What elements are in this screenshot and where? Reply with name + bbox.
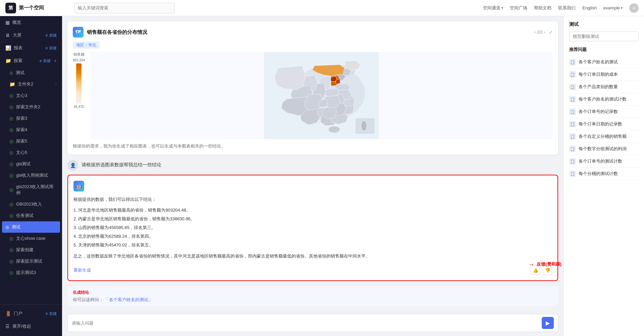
input-box: ▶ [67, 314, 558, 332]
recommend-item-3[interactable]: 📋 每个客户姓名的测试计数 [569, 93, 639, 106]
map-card-icon: 🗺 [73, 27, 84, 38]
model-search-input[interactable] [569, 32, 639, 41]
portal-label: 门户 [14, 311, 22, 317]
map-visual [90, 52, 553, 139]
sidebar-item-explore-create[interactable]: ◎ 探索创建 [0, 244, 62, 256]
user-message-text: 请根据所选图表数据帮我总结一些结论 [82, 160, 161, 168]
ceshi-active-label: 测试 [12, 224, 57, 230]
sidebar-item-gbi2023[interactable]: ◎ gbi2023收入测试用例 [0, 181, 62, 199]
suggestion-label: 生成结论 [73, 290, 553, 295]
sidebar-label-report: 报表 [14, 45, 22, 51]
explore4-label: 探索4 [16, 127, 57, 133]
sidebar-item-explore4[interactable]: ◎ 探索4 [0, 124, 62, 135]
recommend-item-5[interactable]: 📋 每个订单日期的记录数 [569, 118, 639, 130]
recommend-icon-5: 📋 [569, 121, 576, 127]
portal-icon: 🚪 [5, 311, 11, 316]
gbi-icon: ◎ [9, 161, 13, 167]
map-pagination: ‹ 2/2 › [534, 30, 545, 35]
chat-area: 🗺 销售额在各省份的分布情况 ‹ 2/2 › ⤢ 地区：华北 销售额 903,2 [62, 16, 564, 310]
sidebar-item-explorefolder2[interactable]: ◎ 探索文件夹2 [0, 101, 62, 113]
recommend-item-2[interactable]: 📋 各个产品类别的数量 [569, 81, 639, 93]
explore-new-btn[interactable]: ⊕ 新建 [39, 58, 51, 63]
explore5-label: 探索5 [16, 138, 57, 144]
sidebar-item-explore5[interactable]: ◎ 探索5 [0, 135, 62, 147]
sidebar-item-wenxin-show[interactable]: ◎ 文心show case [0, 233, 62, 244]
user-avatar: 👤 [67, 160, 78, 171]
sidebar-item-portal[interactable]: 🚪 门户 ⊕ 新建 [0, 307, 62, 320]
sidebar-item-folder2[interactable]: 📁 文件夹2 › [0, 78, 62, 90]
wenxin5-icon: ◎ [9, 150, 13, 155]
dapin-new-btn[interactable]: ⊕ 新建 [45, 33, 57, 38]
sidebar-item-toggle[interactable]: ☰ 展开/收起 [0, 320, 62, 333]
explore-create-label: 探索创建 [16, 247, 57, 253]
recommend-item-1[interactable]: 📋 每个订单日期的成本 [569, 68, 639, 81]
sidebar-item-wenxin3[interactable]: ◎ 文心3 [0, 90, 62, 101]
recommend-text-2: 各个产品类别的数量 [579, 84, 618, 90]
pagination-next[interactable]: › [544, 30, 545, 35]
sidebar-item-hint3[interactable]: ◎ 提示测试3 [0, 267, 62, 278]
pagination-prev[interactable]: ‹ [534, 30, 536, 35]
hint3-icon: ◎ [9, 270, 13, 275]
recommend-item-4[interactable]: 📋 各个订单号的记录数 [569, 106, 639, 118]
sidebar-item-explore3[interactable]: ◎ 探索3 [0, 113, 62, 124]
expand-icon[interactable]: ⤢ [549, 30, 553, 35]
recommend-item-7[interactable]: 📋 每个数字分组测试的利润 [569, 143, 639, 155]
report-icon: 📊 [5, 45, 11, 51]
right-panel: 测试 推荐问题 📋 各个客户姓名的测试 📋 每个订单日期的成本 📋 各个产品类别… [564, 16, 644, 336]
nav-bangzhu[interactable]: 帮助文档 [534, 5, 551, 11]
portal-new-btn[interactable]: ⊕ 新建 [45, 311, 57, 316]
recommend-title: 推荐问题 [569, 47, 639, 53]
send-btn[interactable]: ▶ [542, 317, 554, 329]
recommend-icon-2: 📋 [569, 83, 576, 90]
recommend-icon-1: 📋 [569, 71, 576, 78]
sidebar-item-dapin[interactable]: 🖥 大屏 ⊕ 新建 [0, 29, 62, 42]
map-card: 🗺 销售额在各省份的分布情况 ‹ 2/2 › ⤢ 地区：华北 销售额 903,2 [67, 21, 558, 155]
sidebar-item-overview[interactable]: ▦ 概览 [0, 16, 62, 29]
map-legend: 销售额 903,204 45,470 [73, 52, 85, 139]
regenerate-btn[interactable]: 重新生成 [73, 267, 91, 273]
sidebar-item-ceshi-active[interactable]: ◎ 测试 [2, 221, 60, 233]
gbi2023-icon: ◎ [9, 187, 13, 192]
search-input[interactable] [74, 3, 175, 13]
suggestion-link[interactable]: 「各个客户姓名的测试」 [105, 297, 153, 302]
gbishouru-icon: ◎ [9, 173, 13, 178]
sidebar-item-explore-hint[interactable]: ◎ 探索提示测试 [0, 256, 62, 267]
nav-kongjian[interactable]: 空间通道 [483, 5, 503, 11]
folder2-label: 文件夹2 [18, 81, 53, 87]
explore-hint-icon: ◎ [9, 259, 13, 264]
explore-create-icon: ◎ [9, 247, 13, 253]
report-new-btn[interactable]: ⊕ 新建 [45, 46, 57, 51]
app-logo: 第 第一个空间 [5, 3, 67, 13]
nav-lianxi[interactable]: 联系我们 [558, 5, 576, 11]
recommend-item-0[interactable]: 📋 各个客户姓名的测试 [569, 56, 639, 68]
avatar[interactable]: A [629, 3, 639, 13]
ai-point-3: 3. 山西的销售额为456595.65，排名第三。 [73, 223, 552, 232]
gbishouru-label: gbi收入用例测试 [16, 172, 57, 178]
task-label: 任务测试 [16, 213, 57, 219]
search-bar[interactable] [74, 3, 175, 13]
ai-response-summary: 总之，这些数据反映了华北地区各省份的销售情况，其中河北是该地区销售额最高的省份，… [73, 252, 552, 260]
sidebar-item-report[interactable]: 📊 报表 ⊕ 新建 [0, 42, 62, 54]
sidebar-item-task[interactable]: ◎ 任务测试 [0, 210, 62, 221]
legend-bar [76, 63, 82, 104]
ceshi1-icon: ◎ [9, 70, 13, 75]
nav-example[interactable]: example [603, 5, 623, 10]
folder2-icon: 📁 [9, 81, 15, 87]
region-tag: 地区：华北 [73, 42, 553, 52]
sidebar-item-GBI2023[interactable]: ◎ GBI2023收入 [0, 199, 62, 210]
recommend-item-8[interactable]: 📋 各个订单号的测试计数 [569, 155, 639, 168]
sidebar-item-gbishouru[interactable]: ◎ gbi收入用例测试 [0, 170, 62, 181]
sidebar-item-explore[interactable]: 📁 探索 ⊕ 新建 ∧ [0, 54, 62, 67]
map-body: 销售额 903,204 45,470 [73, 52, 553, 139]
top-nav-right: 空间通道 空间广场 帮助文档 联系我们 English example A [483, 3, 639, 13]
question-input[interactable] [72, 321, 539, 326]
sidebar-item-wenxin5[interactable]: ◎ 文心5 [0, 147, 62, 158]
nav-guangchang[interactable]: 空间广场 [510, 5, 527, 11]
recommend-text-1: 每个订单日期的成本 [579, 71, 618, 77]
recommend-item-6[interactable]: 📋 各个自定义分桶的销售额 [569, 130, 639, 143]
nav-english[interactable]: English [582, 5, 597, 10]
sidebar-item-ceshi1[interactable]: ◎ 测试 [0, 67, 62, 78]
legend-max: 903,204 [73, 58, 85, 62]
recommend-item-9[interactable]: 📋 每个分桶的测试计数 [569, 168, 639, 180]
sidebar-item-gbi[interactable]: ◎ gbi测试 [0, 158, 62, 170]
